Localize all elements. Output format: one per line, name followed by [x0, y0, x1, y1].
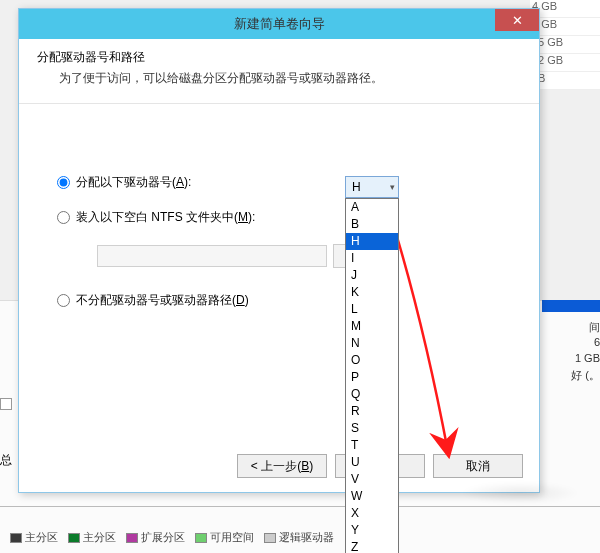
legend-item: 逻辑驱动器 — [264, 530, 334, 545]
drive-option-q[interactable]: Q — [346, 386, 398, 403]
drive-option-h[interactable]: H — [346, 233, 398, 250]
close-icon: ✕ — [512, 13, 523, 28]
drive-option-r[interactable]: R — [346, 403, 398, 420]
drive-option-o[interactable]: O — [346, 352, 398, 369]
bg-side-text: 1 GB — [575, 352, 600, 364]
radio-mount-input[interactable] — [57, 211, 70, 224]
radio-assign-label: 分配以下驱动器号(A): — [76, 174, 191, 191]
legend-item: 可用空间 — [195, 530, 254, 545]
bg-side-text: 间 — [589, 320, 600, 335]
legend-item: 扩展分区 — [126, 530, 185, 545]
titlebar[interactable]: 新建简单卷向导 ✕ — [19, 9, 539, 39]
wizard-header: 分配驱动器号和路径 为了便于访问，可以给磁盘分区分配驱动器号或驱动器路径。 — [19, 39, 539, 104]
bg-cell: 1B — [530, 72, 600, 90]
drive-option-p[interactable]: P — [346, 369, 398, 386]
wizard-dialog: 新建简单卷向导 ✕ 分配驱动器号和路径 为了便于访问，可以给磁盘分区分配驱动器号… — [18, 8, 540, 493]
close-button[interactable]: ✕ — [495, 9, 539, 31]
drive-option-n[interactable]: N — [346, 335, 398, 352]
legend-item: 主分区 — [68, 530, 116, 545]
bg-cell: 32 GB — [530, 54, 600, 72]
drive-option-m[interactable]: M — [346, 318, 398, 335]
drive-option-u[interactable]: U — [346, 454, 398, 471]
mount-path-input — [97, 245, 327, 267]
drive-option-w[interactable]: W — [346, 488, 398, 505]
legend-item: 主分区 — [10, 530, 58, 545]
bg-cell: 25 GB — [530, 36, 600, 54]
drive-option-t[interactable]: T — [346, 437, 398, 454]
radio-none-input[interactable] — [57, 294, 70, 307]
drive-option-j[interactable]: J — [346, 267, 398, 284]
cancel-button[interactable]: 取消 — [433, 454, 523, 478]
drive-option-a[interactable]: A — [346, 199, 398, 216]
drive-select-value: H — [352, 180, 361, 194]
bg-smudge — [460, 482, 580, 504]
drive-option-k[interactable]: K — [346, 284, 398, 301]
radio-mount-label: 装入以下空白 NTFS 文件夹中(M): — [76, 209, 255, 226]
drive-option-v[interactable]: V — [346, 471, 398, 488]
drive-letter-dropdown[interactable]: ABHIJKLMNOPQRSTUVWXYZ — [345, 198, 399, 553]
drive-option-x[interactable]: X — [346, 505, 398, 522]
wizard-subheading: 为了便于访问，可以给磁盘分区分配驱动器号或驱动器路径。 — [59, 70, 521, 87]
bg-info-column: 4 GB 5 GB 25 GB 32 GB 1B — [530, 0, 600, 90]
drive-option-i[interactable]: I — [346, 250, 398, 267]
bg-cell: 4 GB — [530, 0, 600, 18]
bg-side-text: 6 — [594, 336, 600, 348]
radio-none-label: 不分配驱动器号或驱动器路径(D) — [76, 292, 249, 309]
radio-mount-folder[interactable]: 装入以下空白 NTFS 文件夹中(M): — [57, 209, 511, 226]
drive-option-y[interactable]: Y — [346, 522, 398, 539]
radio-no-assign[interactable]: 不分配驱动器号或驱动器路径(D) — [57, 292, 511, 309]
drive-option-b[interactable]: B — [346, 216, 398, 233]
bg-left-text: 总 — [0, 452, 12, 469]
bg-cell: 5 GB — [530, 18, 600, 36]
wizard-body: 分配以下驱动器号(A): 装入以下空白 NTFS 文件夹中(M): 浏 — [19, 104, 539, 337]
drive-select-display[interactable]: H ▾ — [345, 176, 399, 198]
bg-divider — [0, 506, 600, 507]
legend: 主分区 主分区 扩展分区 可用空间 逻辑驱动器 — [10, 530, 334, 545]
chevron-down-icon: ▾ — [390, 182, 395, 192]
bg-volume-box — [542, 300, 600, 312]
bg-side-text: 好 (。 — [571, 368, 600, 383]
drive-option-l[interactable]: L — [346, 301, 398, 318]
bg-spinner — [0, 398, 12, 410]
radio-assign-letter[interactable]: 分配以下驱动器号(A): — [57, 174, 511, 191]
drive-option-z[interactable]: Z — [346, 539, 398, 553]
back-button[interactable]: < 上一步(B) — [237, 454, 327, 478]
drive-letter-select[interactable]: H ▾ — [345, 176, 399, 198]
dialog-title: 新建简单卷向导 — [234, 15, 325, 33]
wizard-heading: 分配驱动器号和路径 — [37, 49, 521, 66]
drive-option-s[interactable]: S — [346, 420, 398, 437]
radio-assign-input[interactable] — [57, 176, 70, 189]
